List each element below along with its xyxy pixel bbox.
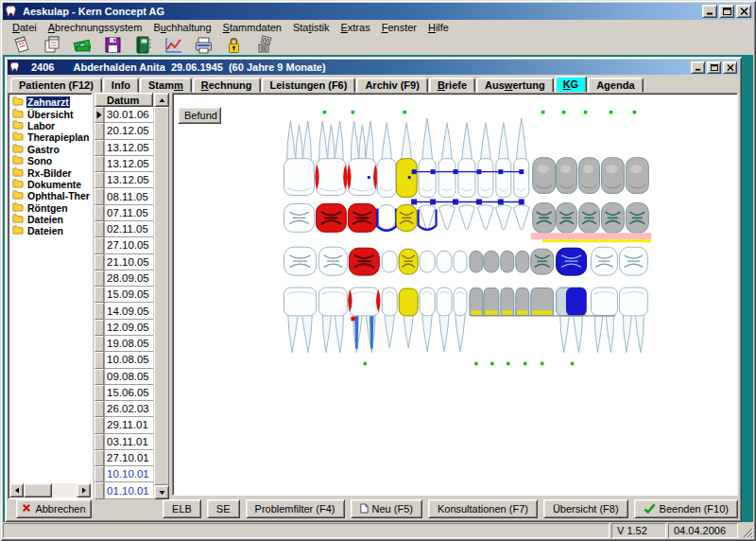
menu-datei[interactable]: Datei: [7, 21, 43, 34]
sidebar-item-zahnarzt[interactable]: Zahnarzt: [10, 96, 90, 108]
date-row[interactable]: 13.12.05: [94, 172, 153, 188]
date-row[interactable]: 28.09.05: [94, 270, 153, 287]
lower-tooth-10[interactable]: [484, 251, 499, 315]
tree-horizontal-scrollbar[interactable]: [9, 483, 91, 497]
upper-tooth-8[interactable]: [458, 123, 475, 230]
menu-stammdaten[interactable]: Stammdaten: [217, 21, 287, 34]
date-row[interactable]: 27.10.05: [94, 237, 153, 253]
menu-hilfe[interactable]: Hilfe: [422, 21, 455, 34]
scroll-right-icon[interactable]: [77, 483, 91, 497]
date-row[interactable]: 13.12.05: [94, 140, 153, 156]
date-row[interactable]: 30.01.06: [94, 107, 153, 123]
sidebar-item-rx-bilder[interactable]: Rx-Bilder: [10, 166, 90, 178]
tab-briefe[interactable]: Briefe: [429, 78, 475, 93]
menu-abrechnungssystem[interactable]: Abrechnungssystem: [43, 21, 148, 34]
date-row[interactable]: 12.09.05: [94, 320, 153, 336]
lower-tooth-3[interactable]: [348, 248, 380, 352]
neu-f5-button[interactable]: Neu (F5): [351, 499, 422, 518]
tab-rechnung[interactable]: Rechnung: [193, 78, 261, 93]
lower-tooth-9[interactable]: [470, 251, 483, 315]
tab-stamm[interactable]: Stamm: [140, 78, 192, 93]
lower-tooth-12[interactable]: [516, 251, 529, 315]
sidebar-item-therapieplan[interactable]: Therapieplan: [10, 131, 90, 143]
lower-tooth-2[interactable]: [318, 247, 347, 352]
date-row[interactable]: 08.11.05: [94, 188, 153, 204]
date-row[interactable]: 20.12.05: [94, 123, 153, 139]
upper-tooth-9[interactable]: [477, 123, 493, 230]
money-icon[interactable]: [71, 36, 94, 55]
minimize-button[interactable]: [702, 5, 717, 18]
date-row[interactable]: 09.08.05: [94, 369, 153, 385]
upper-tooth-5[interactable]: [396, 123, 417, 231]
sidebar-item-uebersicht[interactable]: Übersicht: [10, 108, 90, 119]
lower-tooth-11[interactable]: [501, 251, 514, 315]
date-vertical-scrollbar[interactable]: [154, 93, 169, 499]
date-row[interactable]: 03.11.01: [94, 434, 153, 450]
tab-archiv-f9[interactable]: Archiv (F9): [356, 78, 427, 93]
upper-tooth-12[interactable]: [533, 158, 556, 234]
date-row[interactable]: 21.10.05: [94, 254, 153, 270]
minimize-button[interactable]: [691, 61, 705, 74]
befund-button[interactable]: Befund: [178, 107, 221, 124]
scroll-left-icon[interactable]: [9, 483, 24, 497]
upper-tooth-3[interactable]: [347, 121, 377, 232]
scroll-thumb[interactable]: [24, 483, 52, 497]
address-book-icon[interactable]: [131, 36, 154, 55]
uebersicht-f8-button[interactable]: Übersicht (F8): [543, 499, 628, 518]
scroll-up-icon[interactable]: [154, 93, 169, 107]
printer-icon[interactable]: [192, 36, 215, 55]
date-row[interactable]: 10.08.05: [94, 352, 153, 368]
sidebar-item-ophthal-thera[interactable]: Ophthal-Thera: [10, 190, 90, 201]
sidebar-item-labor[interactable]: Labor: [10, 120, 90, 131]
menu-fenster[interactable]: Fenster: [376, 21, 422, 34]
lower-tooth-6[interactable]: [420, 251, 435, 351]
maximize-button[interactable]: [719, 5, 734, 18]
upper-tooth-13[interactable]: [557, 158, 577, 234]
menu-extras[interactable]: Extras: [335, 21, 375, 34]
maximize-button[interactable]: [707, 61, 721, 74]
date-row[interactable]: 15.06.05: [94, 385, 153, 401]
upper-tooth-7[interactable]: [438, 123, 455, 230]
date-row[interactable]: 07.11.05: [94, 205, 153, 221]
lower-tooth-1[interactable]: [284, 247, 317, 352]
problemfilter-f4-button[interactable]: Problemfilter (F4): [246, 499, 345, 518]
tab-info[interactable]: Info: [103, 78, 139, 93]
konsultationen-f7-button[interactable]: Konsultationen (F7): [428, 499, 538, 518]
upper-tooth-10[interactable]: [495, 123, 511, 230]
lower-tooth-13[interactable]: [531, 249, 554, 315]
sidebar-item-dateien[interactable]: Dateien: [10, 225, 90, 236]
upper-tooth-16[interactable]: [626, 158, 648, 234]
scroll-down-icon[interactable]: [154, 485, 169, 499]
upper-tooth-2[interactable]: [315, 121, 347, 232]
tab-patienten-f12[interactable]: Patienten (F12): [10, 78, 102, 93]
lower-tooth-16[interactable]: [619, 247, 647, 352]
patient-cards-icon[interactable]: [41, 36, 63, 55]
sidebar-item-dateien[interactable]: Dateien: [10, 214, 90, 225]
date-row[interactable]: 29.11.01: [94, 417, 153, 433]
date-row[interactable]: 10.10.01: [94, 466, 153, 482]
lower-tooth-14[interactable]: [557, 248, 587, 352]
save-icon[interactable]: [101, 36, 124, 55]
sidebar-item-dokumente[interactable]: Dokumente: [10, 179, 90, 190]
lower-tooth-15[interactable]: [592, 247, 618, 352]
tab-leistungen-f6[interactable]: Leistungen (F6): [262, 78, 356, 93]
lock-icon[interactable]: [222, 36, 245, 55]
date-row[interactable]: 02.11.05: [94, 221, 153, 237]
date-row[interactable]: 14.09.05: [94, 303, 153, 319]
date-row[interactable]: 01.10.01: [94, 482, 153, 498]
date-row[interactable]: 19.08.05: [94, 336, 153, 352]
statistics-icon[interactable]: [162, 36, 184, 55]
lower-tooth-5[interactable]: [399, 249, 418, 348]
sidebar-item-roentgen[interactable]: Röntgen: [10, 202, 90, 214]
tab-kg[interactable]: KG: [555, 76, 588, 93]
upper-tooth-1[interactable]: [284, 121, 315, 232]
date-row[interactable]: 26.02.03: [94, 401, 153, 417]
note-card-icon[interactable]: [10, 36, 33, 55]
tab-agenda[interactable]: Agenda: [588, 78, 643, 93]
date-row[interactable]: 27.10.01: [94, 450, 153, 466]
lower-tooth-4[interactable]: [382, 251, 397, 348]
beenden-f10-button[interactable]: Beenden (F10): [634, 499, 738, 518]
scroll-track[interactable]: [154, 107, 169, 485]
se-button[interactable]: SE: [207, 499, 240, 518]
abbrechen-button[interactable]: Abbrechen: [16, 499, 92, 518]
